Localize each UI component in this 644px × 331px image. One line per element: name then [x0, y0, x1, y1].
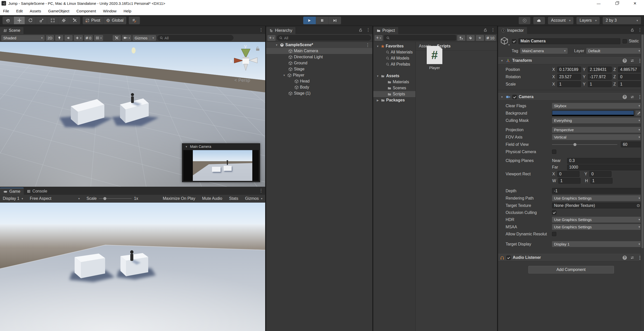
layer-dropdown[interactable]: Default▾	[586, 48, 642, 54]
far-clip-field[interactable]: 1000	[567, 164, 642, 170]
tab-inspector[interactable]: Inspector	[498, 27, 527, 34]
pause-button[interactable]	[316, 17, 328, 24]
hierarchy-search-input[interactable]: All	[277, 35, 371, 41]
step-button[interactable]	[328, 17, 341, 24]
minimize-button[interactable]: —	[590, 0, 608, 7]
tab-game[interactable]: Game	[0, 188, 24, 195]
gameobject-name-field[interactable]: Main Camera	[518, 38, 620, 44]
assets-root[interactable]: ▼ Assets	[373, 73, 415, 79]
layout-dropdown[interactable]: 2 by 3▾	[603, 17, 641, 24]
rotation-y-field[interactable]: -177.972	[588, 74, 612, 80]
fov-slider[interactable]	[552, 142, 617, 147]
project-add-button[interactable]: +▾	[375, 35, 383, 41]
foldout-open-icon[interactable]: ▼	[282, 74, 286, 77]
allow-dynamic-resolution-checkbox[interactable]	[552, 232, 556, 236]
occlusion-culling-checkbox[interactable]	[552, 210, 556, 215]
search-by-type-button[interactable]	[457, 35, 465, 41]
folder-materials[interactable]: Materials	[373, 79, 415, 85]
pivot-button[interactable]: Pivot	[83, 17, 103, 24]
game-viewport[interactable]	[0, 203, 265, 331]
position-y-field[interactable]: 2.128431	[588, 67, 612, 72]
inspector-scrollbar[interactable]	[641, 34, 644, 331]
rotation-x-field[interactable]: 23.527	[557, 74, 581, 80]
project-menu-kebab-icon[interactable]: ⋮	[491, 28, 495, 32]
favorite-all-materials[interactable]: All Materials	[373, 49, 415, 55]
presets-icon[interactable]	[630, 95, 634, 99]
progress-activity-button[interactable]	[519, 17, 530, 24]
scene-effects-button[interactable]: ▾	[74, 35, 83, 41]
scene-search-input[interactable]: All	[157, 35, 233, 41]
scene-camera-button[interactable]: ▾	[122, 35, 131, 41]
scene-tools-button[interactable]	[113, 35, 121, 41]
foldout-open-icon[interactable]: ▼	[275, 44, 279, 46]
hierarchy-item-player[interactable]: ▼ Player	[266, 72, 372, 78]
scale-slider[interactable]	[99, 198, 132, 199]
position-z-field[interactable]: 4.885757	[618, 67, 642, 72]
scene-viewport[interactable]: y x < Persp ▼	[0, 42, 265, 187]
scene-lighting-button[interactable]	[55, 35, 63, 41]
gameobject-enabled-checkbox[interactable]	[512, 39, 516, 43]
search-by-label-button[interactable]	[467, 35, 475, 41]
favorites-filter-button[interactable]: ★	[476, 35, 484, 41]
presets-icon[interactable]	[630, 59, 634, 63]
tag-dropdown[interactable]: MainCamera▾	[520, 48, 568, 54]
scrollbar-thumb[interactable]	[641, 35, 643, 248]
menu-component[interactable]: Component	[76, 9, 96, 13]
fov-value-field[interactable]: 60	[621, 142, 642, 147]
project-search-input[interactable]	[384, 35, 456, 41]
restore-button[interactable]	[608, 0, 626, 7]
viewport-w-field[interactable]: 1	[558, 178, 580, 184]
move-tool-icon[interactable]	[14, 17, 25, 24]
toggle-2d-button[interactable]: 2D	[46, 35, 54, 41]
folder-scenes[interactable]: Scenes	[373, 85, 415, 91]
target-texture-field[interactable]: None (Render Texture)⊙	[552, 203, 642, 208]
display-dropdown[interactable]: Display 1▾	[0, 195, 26, 202]
scale-y-field[interactable]: 1	[588, 81, 612, 87]
depth-field[interactable]: -1	[552, 188, 642, 194]
asset-player-script[interactable]: # Player	[425, 46, 444, 70]
lock-icon[interactable]	[630, 28, 634, 32]
tab-hierarchy[interactable]: Hierarchy	[266, 27, 295, 34]
hdr-dropdown[interactable]: Use Graphics Settings▾	[552, 217, 642, 223]
viewport-x-field[interactable]: 0	[557, 171, 579, 177]
target-display-dropdown[interactable]: Display 1▾	[552, 241, 642, 247]
account-dropdown[interactable]: Account▾	[548, 17, 573, 24]
hierarchy-item-stage-1[interactable]: Stage (1)	[266, 90, 372, 96]
scene-visibility-button[interactable]: ø0	[84, 35, 93, 41]
hierarchy-item-head[interactable]: Head	[266, 78, 372, 84]
menu-file[interactable]: File	[3, 9, 9, 13]
rendering-path-dropdown[interactable]: Use Graphics Settings▾	[552, 195, 642, 201]
lock-icon[interactable]	[359, 28, 362, 32]
scale-tool-icon[interactable]	[36, 17, 47, 24]
packages-root[interactable]: ▶ Packages	[373, 97, 415, 103]
scene-menu-kebab-icon[interactable]: ⋮	[259, 28, 263, 32]
help-icon[interactable]: ?	[623, 59, 627, 63]
help-icon[interactable]: ?	[623, 95, 627, 99]
menu-edit[interactable]: Edit	[16, 9, 23, 13]
add-component-button[interactable]: Add Component	[528, 266, 614, 273]
lock-icon[interactable]	[483, 28, 487, 32]
foldout-open-icon[interactable]: ▼	[185, 145, 188, 148]
physical-camera-checkbox[interactable]	[552, 150, 556, 154]
scene-grid-button[interactable]: ▾	[94, 35, 103, 41]
audio-listener-header[interactable]: Audio Listener ? ⋮	[498, 254, 644, 261]
grid-snap-icon[interactable]	[129, 17, 140, 24]
rect-tool-icon[interactable]	[47, 17, 58, 24]
tab-project[interactable]: Project	[373, 27, 398, 34]
aspect-dropdown[interactable]: Free Aspect▾	[27, 195, 82, 202]
global-button[interactable]: Global	[103, 17, 126, 24]
rotation-z-field[interactable]: 0	[618, 74, 642, 80]
background-color-swatch[interactable]	[552, 111, 634, 116]
hierarchy-item-ground[interactable]: Ground	[266, 60, 372, 66]
scene-kebab-icon[interactable]: ⋮	[365, 43, 370, 47]
msaa-dropdown[interactable]: Use Graphics Settings▾	[552, 224, 642, 230]
hierarchy-item-stage[interactable]: Stage	[266, 66, 372, 72]
static-checkbox[interactable]	[623, 39, 627, 43]
camera-header[interactable]: ▼ Camera ? ⋮	[498, 93, 644, 101]
favorite-all-models[interactable]: All Models	[373, 55, 415, 61]
audio-listener-enabled-checkbox[interactable]	[506, 256, 511, 260]
near-clip-field[interactable]: 0.3	[567, 158, 642, 164]
menu-help[interactable]: Help	[124, 9, 131, 13]
favorites-root[interactable]: ▼ ★ Favorites	[373, 43, 415, 49]
scene-gizmos-dropdown[interactable]: Gizmos|▾	[133, 35, 156, 41]
